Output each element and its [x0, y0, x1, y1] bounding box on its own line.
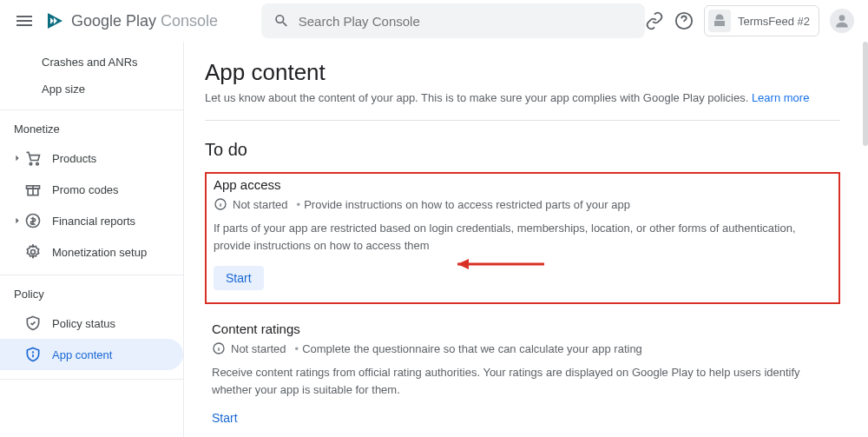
sidebar-item-label: Financial reports [52, 215, 135, 228]
todo-card-content-ratings: Content ratings Not started Complete the… [205, 318, 840, 437]
learn-more-link[interactable]: Learn more [752, 91, 809, 104]
sidebar: Crashes and ANRs App size Monetize Produ… [0, 42, 184, 437]
page-title: App content [205, 59, 840, 86]
todo-section-title: To do [205, 140, 840, 160]
scrollbar[interactable] [863, 42, 868, 146]
status-hint: Provide instructions on how to access re… [293, 198, 630, 211]
search-icon [273, 12, 290, 30]
person-icon [833, 12, 851, 30]
dollar-icon [24, 212, 42, 229]
shield-check-icon [24, 315, 42, 332]
account-chip[interactable]: TermsFeed #2 [704, 5, 819, 36]
play-console-logo-icon [45, 10, 66, 31]
card-description: Receive content ratings from official ra… [212, 364, 833, 398]
page-subtitle: Let us know about the content of your ap… [205, 91, 840, 104]
main-content: App content Let us know about the conten… [184, 42, 868, 437]
link-icon[interactable] [645, 11, 664, 30]
sidebar-item-promo[interactable]: Promo codes [0, 174, 183, 205]
svg-point-2 [30, 162, 32, 165]
sidebar-item-label: Policy status [52, 317, 115, 330]
sidebar-item-crashes[interactable]: Crashes and ANRs [0, 49, 183, 76]
card-title: Content ratings [212, 321, 833, 336]
search-input[interactable] [299, 14, 633, 29]
start-button[interactable]: Start [214, 266, 264, 290]
status-text: Not started [231, 342, 286, 355]
sidebar-item-label: Products [52, 152, 96, 165]
logo-text: Google Play Console [71, 12, 218, 30]
promo-icon [24, 181, 42, 198]
todo-card-app-access: App access Not started Provide instructi… [205, 172, 840, 304]
info-icon [214, 197, 227, 211]
shield-info-icon [24, 346, 42, 363]
menu-icon[interactable] [14, 10, 35, 31]
logo[interactable]: Google Play Console [45, 10, 218, 31]
sidebar-item-financial[interactable]: Financial reports [0, 205, 183, 236]
chevron-right-icon [14, 155, 21, 162]
sidebar-item-label: App content [52, 348, 112, 361]
sidebar-item-label: App size [42, 83, 85, 96]
svg-point-3 [36, 162, 39, 165]
sidebar-item-app-size[interactable]: App size [0, 76, 183, 103]
card-title: App access [214, 177, 832, 192]
card-description: If parts of your app are restricted base… [214, 220, 832, 254]
sidebar-item-products[interactable]: Products [0, 142, 183, 174]
sidebar-item-monetization-setup[interactable]: Monetization setup [0, 236, 183, 268]
sidebar-item-label: Crashes and ANRs [42, 56, 138, 69]
status-hint: Complete the questionnaire so that we ca… [292, 342, 642, 355]
sidebar-item-label: Monetization setup [52, 246, 147, 259]
help-icon[interactable] [674, 11, 694, 30]
sidebar-section-monetize: Monetize [0, 109, 183, 142]
sidebar-item-policy-status[interactable]: Policy status [0, 308, 183, 339]
svg-point-7 [31, 250, 36, 255]
svg-point-1 [839, 15, 845, 21]
sidebar-item-label: Promo codes [52, 183, 119, 196]
user-avatar[interactable] [830, 9, 854, 33]
start-link[interactable]: Start [212, 411, 238, 425]
gear-icon [24, 243, 42, 261]
info-icon [212, 341, 226, 355]
android-icon [708, 10, 731, 32]
chevron-right-icon [14, 217, 21, 224]
sidebar-section-policy: Policy [0, 275, 183, 308]
status-text: Not started [233, 198, 288, 211]
account-name: TermsFeed #2 [738, 15, 810, 28]
search-box[interactable] [261, 3, 645, 38]
sidebar-item-app-content[interactable]: App content [0, 339, 183, 370]
cart-icon [24, 149, 42, 167]
svg-point-8 [33, 352, 34, 353]
